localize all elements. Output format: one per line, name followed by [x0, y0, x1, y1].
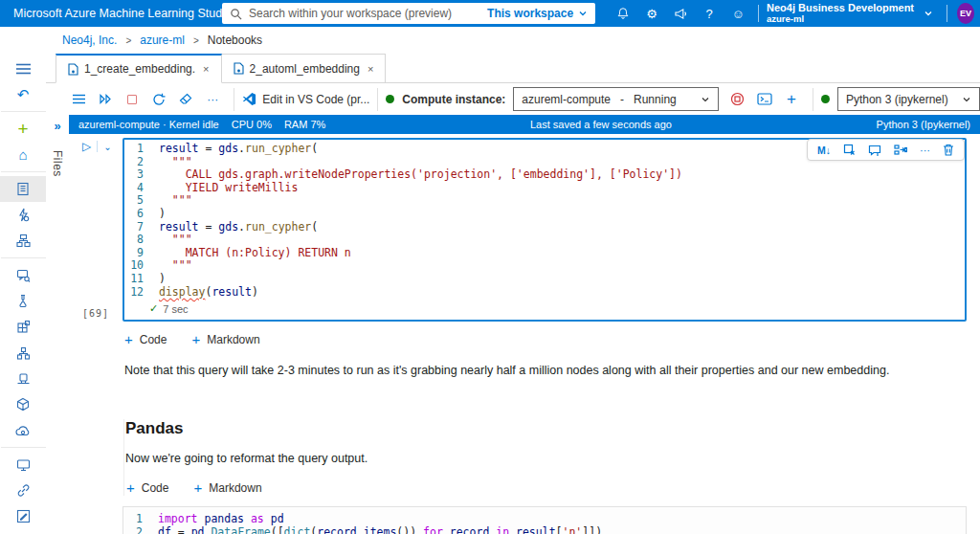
- last-saved-status: Last saved a few seconds ago: [325, 119, 876, 130]
- chevron-down-icon: [701, 95, 710, 104]
- header-divider-2: [947, 5, 947, 22]
- breadcrumb: Neo4j, Inc. > azure-ml > Notebooks: [0, 27, 980, 54]
- kernel-status-bar: azureml-compute · Kernel idle CPU 0% RAM…: [69, 115, 980, 134]
- nav-endpoints-icon[interactable]: [0, 417, 46, 443]
- run-all-icon[interactable]: [92, 87, 119, 112]
- compute-status-dot: [386, 95, 394, 103]
- markdown-cell-pandas[interactable]: Pandas Now we're going to reformat the q…: [123, 419, 967, 496]
- add-cell-bar-1: + Code + Markdown: [124, 331, 980, 347]
- nav-new-icon[interactable]: +: [0, 116, 46, 142]
- avatar[interactable]: EV: [957, 3, 974, 24]
- code-cell-2: 1import pandas as pd2df = pd.DataFrame([…: [69, 506, 980, 534]
- search-placeholder: Search within your workspace (preview): [249, 7, 452, 20]
- nav-data-labeling-icon[interactable]: [0, 503, 46, 529]
- kernel-status-dot: [821, 95, 830, 103]
- notebook-tabs: 1_create_embedding. × 2_automl_embedding…: [46, 54, 980, 83]
- kernel-select[interactable]: Python 3 (ipykernel): [837, 87, 980, 111]
- account-chevron-icon[interactable]: [924, 9, 933, 18]
- cell-code[interactable]: 1result = gds.run_cypher(2 """3 CALL gds…: [124, 143, 965, 299]
- plus-icon: +: [193, 479, 202, 496]
- announcements-icon[interactable]: [666, 0, 695, 27]
- kernel-name: Python 3 (Ipykernel): [877, 119, 970, 130]
- nav-home-icon[interactable]: ⌂: [0, 142, 46, 167]
- nav-models-icon[interactable]: [0, 391, 46, 417]
- breadcrumb-org[interactable]: Neo4j, Inc.: [62, 33, 117, 47]
- success-check-icon: ✓: [149, 302, 158, 315]
- rail-divider: [1, 171, 46, 172]
- add-code-button[interactable]: + Code: [126, 479, 168, 496]
- search-scope-dropdown[interactable]: This workspace: [487, 7, 588, 20]
- account-info[interactable]: Neo4j Business Development azure-ml: [767, 3, 914, 24]
- run-cell-icon[interactable]: ▷: [82, 140, 91, 153]
- clear-outputs-icon[interactable]: [172, 87, 199, 112]
- account-name: Neo4j Business Development: [767, 3, 914, 13]
- feedback-smiley-icon[interactable]: ☺: [724, 0, 752, 27]
- nav-compute-icon[interactable]: [0, 452, 46, 478]
- select-cell-icon[interactable]: [843, 144, 856, 156]
- nav-notebooks-icon[interactable]: [0, 176, 46, 202]
- workspace-search[interactable]: Search within your workspace (preview) T…: [222, 3, 595, 24]
- nav-menu-icon[interactable]: [0, 56, 46, 81]
- stop-compute-icon[interactable]: [724, 87, 751, 112]
- app-title[interactable]: Microsoft Azure Machine Learning Studio: [0, 7, 222, 20]
- add-markdown-button[interactable]: + Markdown: [191, 331, 259, 347]
- help-icon[interactable]: ?: [695, 0, 724, 27]
- chevron-down-icon: [962, 95, 971, 104]
- close-icon[interactable]: ×: [368, 63, 373, 75]
- add-code-button[interactable]: + Code: [124, 331, 167, 347]
- new-compute-icon[interactable]: +: [778, 87, 805, 112]
- breadcrumb-sep: >: [125, 35, 131, 46]
- settings-gear-icon[interactable]: ⚙: [637, 0, 666, 27]
- tab-create-embedding[interactable]: 1_create_embedding. ×: [56, 54, 222, 83]
- cell-more-icon[interactable]: ···: [920, 145, 930, 156]
- convert-to-markdown-icon[interactable]: M↓: [817, 145, 831, 156]
- nav-data-icon[interactable]: [0, 262, 46, 288]
- compute-instance-select[interactable]: azureml-compute - Running: [513, 87, 718, 111]
- tab-automl-embedding[interactable]: 2_automl_embedding ×: [222, 54, 387, 83]
- edit-in-vscode-button[interactable]: Edit in VS Code (pr...: [242, 92, 369, 106]
- cell-menu-icon[interactable]: [65, 87, 92, 112]
- cell-editor[interactable]: 1result = gds.run_cypher(2 """3 CALL gds…: [122, 138, 967, 322]
- files-panel-label[interactable]: Files: [51, 150, 64, 177]
- search-icon: [230, 8, 242, 20]
- nav-pipelines-icon[interactable]: [0, 340, 46, 366]
- cell-status: ✓ 7 sec: [124, 299, 965, 320]
- cell-code[interactable]: 1import pandas as pd2df = pd.DataFrame([…: [123, 513, 966, 534]
- toolbar-divider: [813, 88, 813, 111]
- more-options-icon[interactable]: ···: [199, 87, 226, 112]
- breadcrumb-current: Notebooks: [208, 33, 262, 47]
- split-cell-icon[interactable]: [894, 145, 907, 156]
- markdown-cell-note[interactable]: Note that this query will take 2-3 minut…: [124, 364, 967, 377]
- notebook-toolbar: ··· Edit in VS Code (pr... Compute insta…: [46, 83, 980, 115]
- delete-cell-icon[interactable]: [943, 144, 954, 156]
- cell-editor[interactable]: 1import pandas as pd2df = pd.DataFrame([…: [122, 506, 967, 534]
- stop-icon[interactable]: [119, 87, 145, 112]
- account-workspace: azure-ml: [767, 13, 914, 24]
- nav-components-icon[interactable]: [0, 314, 46, 340]
- terminal-icon[interactable]: [751, 87, 778, 112]
- nav-environments-icon[interactable]: [0, 366, 46, 391]
- close-icon[interactable]: ×: [203, 63, 209, 75]
- run-options-chevron-icon[interactable]: ⌄: [103, 142, 111, 152]
- notebook-content[interactable]: M↓ ···: [69, 134, 980, 534]
- breadcrumb-workspace[interactable]: azure-ml: [140, 33, 185, 47]
- section-heading: Pandas: [125, 419, 967, 438]
- notifications-icon[interactable]: [609, 0, 637, 27]
- nav-undo-icon[interactable]: ↶: [0, 81, 46, 107]
- nav-linked-services-icon[interactable]: [0, 478, 46, 503]
- cell-gutter: [69, 506, 122, 534]
- cell-toolbar: M↓ ···: [807, 139, 965, 161]
- rail-divider: [1, 257, 46, 258]
- expand-files-icon[interactable]: »: [54, 119, 60, 133]
- header-divider: [758, 5, 759, 22]
- nav-jobs-icon[interactable]: [0, 288, 46, 314]
- toolbar-divider: [234, 88, 234, 111]
- nav-automated-ml-icon[interactable]: [0, 202, 46, 228]
- chevron-down-icon: [578, 9, 588, 18]
- add-markdown-button[interactable]: + Markdown: [193, 479, 261, 496]
- plus-icon: +: [124, 331, 133, 347]
- nav-designer-icon[interactable]: [0, 228, 46, 254]
- rail-divider: [1, 447, 46, 448]
- add-comment-icon[interactable]: [868, 145, 881, 156]
- restart-kernel-icon[interactable]: [145, 87, 172, 112]
